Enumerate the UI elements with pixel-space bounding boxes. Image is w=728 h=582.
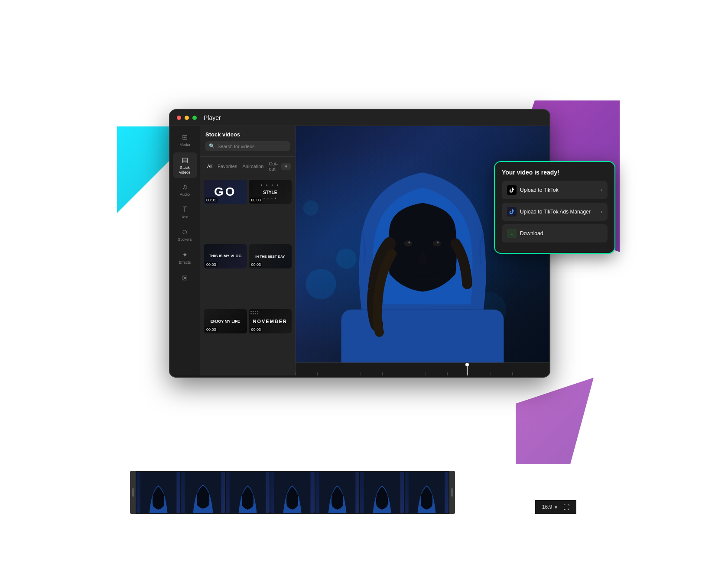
filter-animation[interactable]: Animation	[240, 163, 265, 170]
filmstrip	[130, 471, 455, 514]
frame-figure-3	[226, 472, 270, 513]
sidebar-item-media[interactable]: ⊞ Media	[173, 129, 197, 151]
video-thumb-style[interactable]: ✦ ✦ ✦ ✦ STYLE ✦ ✦ ✦ ✦ 00:03	[249, 180, 292, 204]
style-text: STYLE	[263, 190, 277, 195]
close-dot	[177, 116, 181, 120]
filmstrip-frame-5	[315, 472, 359, 513]
frame-svg-7	[405, 472, 448, 513]
filmstrip-frame-3	[226, 472, 270, 513]
download-icon: ↓	[507, 229, 517, 238]
upload-tiktok-label: Upload to TikTok	[520, 187, 559, 193]
aspect-ratio-control[interactable]: 16:9 ▼	[542, 504, 558, 510]
tiktok-icon	[507, 185, 517, 195]
day-text: IN THE BEST DAY	[255, 255, 285, 259]
effects-icon: ✦	[182, 251, 188, 259]
tiktok-chevron: ›	[601, 187, 602, 193]
svg-rect-22	[534, 371, 534, 375]
stock-panel-title: Stock videos	[205, 131, 290, 138]
text-icon: T	[183, 206, 187, 213]
filter-favorites[interactable]: Favorites	[216, 163, 239, 170]
player-timeline	[296, 362, 549, 375]
upload-tiktok-ads-action[interactable]: Upload to TikTok Ads Manager ›	[502, 203, 608, 221]
video-duration-style: 00:03	[250, 197, 263, 203]
filter-dropdown[interactable]: ▼	[281, 163, 291, 170]
frame-figure-2	[181, 472, 225, 513]
filter-all[interactable]: All	[205, 163, 214, 170]
video-thumb-day[interactable]: IN THE BEST DAY 00:03	[249, 244, 292, 268]
svg-rect-19	[469, 371, 469, 375]
stickers-icon: ☺	[181, 228, 188, 236]
fullscreen-button[interactable]: ⛶	[563, 504, 569, 511]
download-action[interactable]: ↓ Download	[502, 224, 608, 242]
bg-accent-purple2	[516, 378, 594, 464]
frame-figure-6	[360, 472, 404, 513]
sidebar-item-stock[interactable]: ▤ Stockvideos	[173, 152, 197, 178]
ready-panel: Your video is ready! Upload to TikTok ›	[494, 161, 615, 254]
ruler-ticks	[296, 363, 549, 375]
video-thumb-vlog[interactable]: THIS IS MY VLOG 00:03	[204, 244, 247, 268]
filmstrip-frame-2	[181, 472, 225, 513]
frame-figure-5	[315, 472, 359, 513]
svg-point-0	[306, 269, 336, 299]
frame-svg-1	[136, 472, 180, 513]
svg-rect-18	[447, 372, 448, 375]
svg-point-4	[303, 200, 318, 216]
maximize-dot	[192, 116, 197, 120]
frame-svg-5	[315, 472, 359, 513]
sidebar-item-audio[interactable]: ♫ Audio	[173, 180, 197, 200]
svg-point-9	[408, 242, 410, 244]
sidebar: ⊞ Media ▤ Stockvideos ♫ Audio T Text ☺	[170, 126, 200, 375]
frame-figure-7	[405, 472, 448, 513]
svg-point-8	[432, 240, 441, 246]
search-placeholder: Search for videos	[218, 144, 255, 149]
sidebar-label-text: Text	[181, 215, 188, 220]
upload-tiktok-ads-left: Upload to TikTok Ads Manager	[507, 207, 591, 217]
audio-icon: ♫	[182, 183, 188, 191]
window-title: Player	[204, 114, 221, 121]
dots-decoration	[250, 311, 258, 314]
svg-point-10	[437, 242, 439, 244]
sidebar-item-text[interactable]: T Text	[173, 202, 197, 223]
svg-rect-17	[426, 372, 426, 375]
video-duration-day: 00:03	[250, 262, 263, 267]
filmstrip-handle-left[interactable]	[130, 471, 136, 514]
upload-tiktok-left: Upload to TikTok	[507, 185, 559, 195]
transitions-icon: ⊠	[182, 274, 188, 282]
svg-point-1	[336, 249, 357, 269]
handle-dot-right	[451, 488, 453, 497]
filmstrip-frame-1	[136, 472, 180, 513]
video-thumb-enjoy[interactable]: ENJOY MY LIFE 00:03	[204, 309, 247, 333]
video-thumb-november[interactable]: NOVEMBER 00:03	[249, 309, 292, 333]
controls-row: 16:9 ▼ ⛶	[535, 500, 576, 514]
filmstrip-frame-4	[270, 472, 314, 513]
november-text: NOVEMBER	[253, 319, 287, 324]
upload-tiktok-action[interactable]: Upload to TikTok ›	[502, 181, 608, 199]
search-icon: 🔍	[209, 143, 215, 149]
sidebar-item-stickers[interactable]: ☺ Stickers	[173, 225, 197, 246]
sidebar-item-transitions[interactable]: ⊠	[173, 270, 197, 287]
vlog-text: THIS IS MY VLOG	[209, 254, 241, 259]
sidebar-label-media: Media	[179, 142, 190, 147]
video-duration-go: 00:01	[205, 197, 218, 203]
video-thumb-go[interactable]: GO 00:01	[204, 180, 247, 204]
frame-svg-6	[360, 472, 404, 513]
video-duration-enjoy: 00:03	[205, 327, 218, 332]
filmstrip-handle-right[interactable]	[449, 471, 455, 514]
svg-rect-11	[296, 372, 296, 375]
svg-rect-21	[512, 372, 513, 375]
svg-rect-13	[339, 371, 339, 375]
svg-rect-14	[361, 372, 361, 375]
sidebar-item-effects[interactable]: ✦ Effects	[173, 247, 197, 268]
search-box[interactable]: 🔍 Search for videos	[205, 141, 290, 151]
aspect-ratio-value: 16:9	[542, 504, 552, 510]
download-left: ↓ Download	[507, 229, 543, 238]
svg-point-7	[404, 240, 413, 246]
aspect-ratio-chevron: ▼	[554, 505, 558, 510]
frame-figure-1	[136, 472, 180, 513]
filter-cutout[interactable]: Cut-out	[267, 160, 280, 172]
svg-rect-15	[382, 372, 383, 375]
video-grid: GO 00:01 ✦ ✦ ✦ ✦ STYLE ✦ ✦ ✦ ✦	[200, 176, 295, 375]
upload-tiktok-ads-label: Upload to TikTok Ads Manager	[520, 209, 591, 215]
svg-rect-12	[317, 372, 318, 375]
frame-figure-4	[270, 472, 314, 513]
